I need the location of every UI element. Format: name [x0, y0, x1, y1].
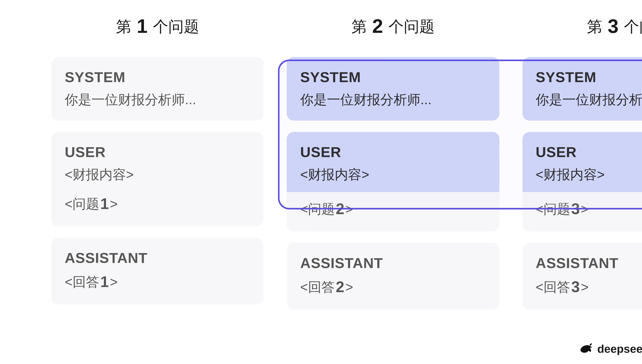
user-question: <问题1>: [65, 192, 250, 216]
role-system: SYSTEM: [536, 66, 642, 88]
footer: deepseek / 上下文硬盘缓存: [579, 342, 642, 357]
role-assistant: ASSISTANT: [300, 252, 486, 274]
role-assistant: ASSISTANT: [65, 247, 250, 269]
system-card-3-cached: SYSTEM 你是一位财报分析师...: [522, 57, 642, 120]
column-header-2: 第 2 个问题: [287, 16, 499, 38]
column-1: 第 1 个问题 SYSTEM 你是一位财报分析师... USER <财报内容> …: [51, 16, 264, 310]
user-content-cached: <财报内容>: [300, 164, 486, 185]
user-card-1: USER <财报内容> <问题1>: [51, 132, 264, 226]
system-text: 你是一位财报分析师...: [536, 90, 642, 110]
user-question: <问题2>: [300, 197, 486, 221]
diagram-grid: 第 1 个问题 SYSTEM 你是一位财报分析师... USER <财报内容> …: [51, 16, 642, 310]
role-assistant: ASSISTANT: [536, 252, 642, 274]
user-card-3: USER <财报内容> <问题3>: [522, 132, 642, 232]
assistant-card-1: ASSISTANT <回答1>: [51, 238, 264, 304]
brand-name: deepseek: [597, 342, 642, 356]
role-system: SYSTEM: [65, 66, 250, 88]
assistant-answer: <回答3>: [536, 275, 642, 299]
brand-logo: deepseek: [579, 342, 642, 357]
role-user: USER: [65, 141, 250, 163]
system-text: 你是一位财报分析师...: [65, 90, 250, 110]
user-content: <财报内容>: [65, 164, 250, 185]
user-question: <问题3>: [536, 197, 642, 221]
column-header-3: 第 3 个问题: [522, 16, 642, 38]
role-user: USER: [300, 141, 486, 163]
role-user: USER: [536, 141, 642, 163]
role-system: SYSTEM: [300, 66, 486, 88]
assistant-answer: <回答2>: [300, 275, 486, 299]
system-card-2-cached: SYSTEM 你是一位财报分析师...: [287, 57, 499, 120]
column-3: 第 3 个问题 SYSTEM 你是一位财报分析师... USER <财报内容>: [522, 16, 642, 310]
column-header-1: 第 1 个问题: [51, 16, 264, 38]
system-text: 你是一位财报分析师...: [300, 90, 486, 110]
system-card-1: SYSTEM 你是一位财报分析师...: [51, 57, 264, 120]
whale-icon: [579, 342, 594, 357]
user-content-cached: <财报内容>: [536, 164, 642, 185]
assistant-card-3: ASSISTANT <回答3>: [522, 243, 642, 310]
column-2: 第 2 个问题 SYSTEM 你是一位财报分析师... USER <财报内容>: [287, 16, 499, 310]
assistant-answer: <回答1>: [65, 270, 250, 294]
user-card-2: USER <财报内容> <问题2>: [287, 132, 499, 232]
assistant-card-2: ASSISTANT <回答2>: [287, 243, 499, 310]
